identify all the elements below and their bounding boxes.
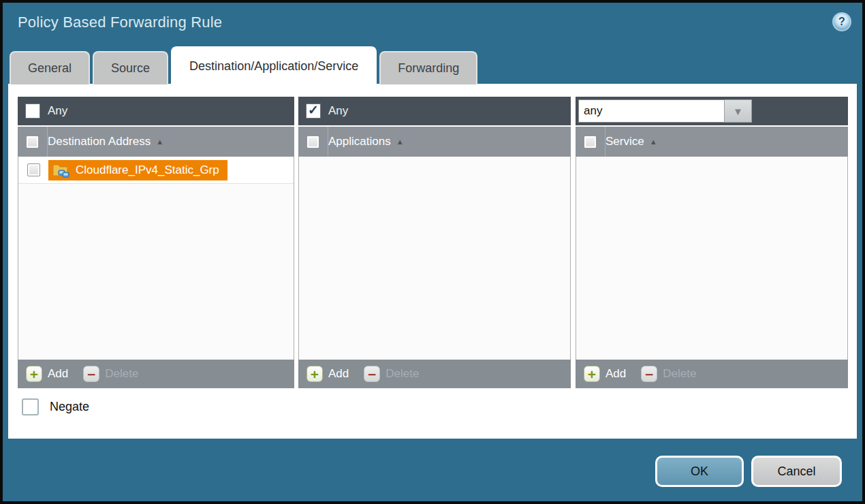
negate-option: Negate (22, 398, 89, 415)
help-icon[interactable]: ? (832, 12, 851, 31)
destination-header-label: Destination Address (48, 135, 151, 148)
applications-any-label: Any (328, 104, 348, 118)
applications-list (298, 157, 571, 360)
delete-icon: − (83, 366, 99, 382)
sort-ascending-icon: ▲ (650, 138, 657, 146)
destination-any-checkbox[interactable] (25, 104, 40, 119)
destination-add-button[interactable]: + Add (26, 366, 68, 382)
add-icon: + (26, 366, 42, 382)
service-delete-button[interactable]: − Delete (641, 366, 696, 382)
destination-delete-button[interactable]: − Delete (83, 366, 138, 382)
tab-source[interactable]: Source (93, 51, 168, 84)
service-type-input[interactable] (578, 99, 724, 123)
service-list (576, 157, 848, 360)
service-any-row: ▼ (576, 97, 848, 125)
applications-add-button[interactable]: + Add (306, 366, 349, 382)
service-column: ▼ Service ▲ + Add − Delete (576, 97, 848, 388)
destination-row-entry[interactable]: Cloudflare_IPv4_Static_Grp (48, 160, 227, 180)
sort-ascending-icon: ▲ (396, 138, 404, 146)
applications-any-checkbox[interactable]: ✓ (306, 104, 321, 119)
address-group-icon (52, 162, 70, 178)
service-add-button[interactable]: + Add (584, 366, 626, 382)
destination-list: Cloudflare_IPv4_Static_Grp (18, 157, 294, 360)
dialog-title: Policy Based Forwarding Rule (18, 14, 222, 31)
tab-content-panel: Any Destination Address ▲ (8, 84, 857, 439)
applications-header-label: Applications (328, 135, 391, 148)
destination-row-checkbox[interactable] (27, 163, 40, 176)
ok-button[interactable]: OK (655, 456, 744, 487)
delete-icon: − (364, 366, 380, 382)
tab-bar: General Source Destination/Application/S… (10, 47, 480, 84)
service-header-label: Service (606, 135, 644, 148)
negate-checkbox[interactable] (22, 398, 39, 415)
tab-destination-application-service[interactable]: Destination/Application/Service (171, 46, 377, 84)
tab-forwarding[interactable]: Forwarding (379, 51, 477, 84)
service-select-all-checkbox[interactable] (584, 136, 597, 148)
applications-footer: + Add − Delete (298, 360, 571, 388)
service-footer: + Add − Delete (576, 360, 848, 388)
destination-select-all-checkbox[interactable] (26, 136, 39, 148)
add-icon: + (584, 366, 600, 382)
service-type-dropdown: ▼ (578, 99, 752, 123)
applications-select-all-checkbox[interactable] (306, 136, 319, 148)
policy-based-forwarding-rule-dialog: Policy Based Forwarding Rule ? General S… (0, 0, 865, 504)
checkmark-icon: ✓ (308, 104, 319, 116)
delete-icon: − (641, 366, 657, 382)
negate-label: Negate (50, 400, 89, 414)
destination-footer: + Add − Delete (18, 360, 294, 388)
sort-ascending-icon: ▲ (156, 138, 163, 146)
tab-general[interactable]: General (10, 51, 90, 84)
applications-column: ✓ Any Applications ▲ + Add − Delete (298, 97, 571, 388)
destination-any-label: Any (48, 104, 67, 118)
chevron-down-icon[interactable]: ▼ (724, 99, 752, 123)
destination-any-row: Any (18, 97, 294, 125)
destination-column-header[interactable]: Destination Address ▲ (18, 127, 294, 157)
destination-row-label: Cloudflare_IPv4_Static_Grp (76, 163, 219, 177)
applications-any-row: ✓ Any (298, 97, 571, 125)
add-icon: + (306, 366, 323, 382)
applications-delete-button[interactable]: − Delete (364, 366, 419, 382)
cancel-button[interactable]: Cancel (751, 456, 842, 487)
destination-address-column: Any Destination Address ▲ (18, 97, 294, 388)
service-column-header[interactable]: Service ▲ (576, 127, 848, 157)
applications-column-header[interactable]: Applications ▲ (298, 127, 571, 157)
destination-row: Cloudflare_IPv4_Static_Grp (18, 157, 294, 184)
